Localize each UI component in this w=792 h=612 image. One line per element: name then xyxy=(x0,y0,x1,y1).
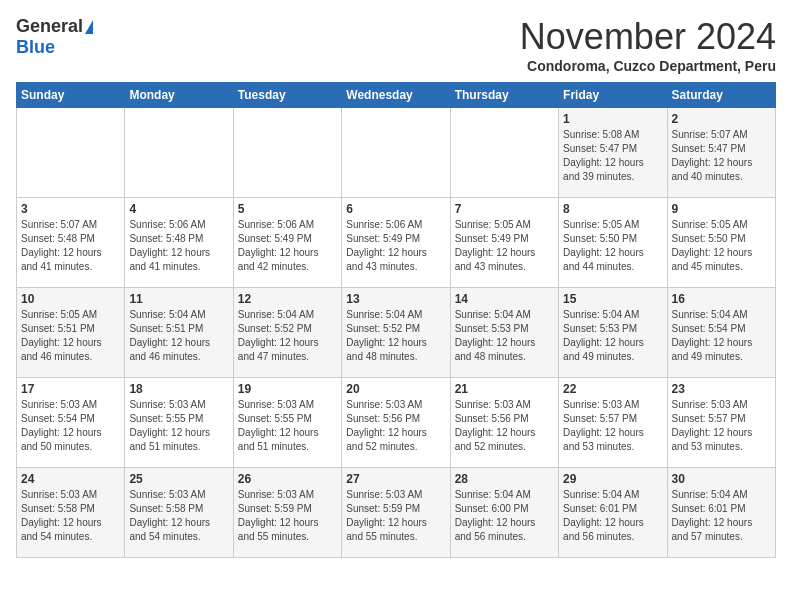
calendar-cell xyxy=(233,108,341,198)
day-number: 12 xyxy=(238,292,337,306)
day-info: Sunrise: 5:06 AM Sunset: 5:48 PM Dayligh… xyxy=(129,218,228,274)
calendar-cell: 19Sunrise: 5:03 AM Sunset: 5:55 PM Dayli… xyxy=(233,378,341,468)
calendar-cell: 8Sunrise: 5:05 AM Sunset: 5:50 PM Daylig… xyxy=(559,198,667,288)
day-number: 17 xyxy=(21,382,120,396)
day-number: 30 xyxy=(672,472,771,486)
calendar-cell: 29Sunrise: 5:04 AM Sunset: 6:01 PM Dayli… xyxy=(559,468,667,558)
day-number: 28 xyxy=(455,472,554,486)
day-header-monday: Monday xyxy=(125,83,233,108)
calendar-cell: 20Sunrise: 5:03 AM Sunset: 5:56 PM Dayli… xyxy=(342,378,450,468)
calendar-cell xyxy=(450,108,558,198)
title-block: November 2024 Condoroma, Cuzco Departmen… xyxy=(520,16,776,74)
day-info: Sunrise: 5:08 AM Sunset: 5:47 PM Dayligh… xyxy=(563,128,662,184)
calendar-week-row: 24Sunrise: 5:03 AM Sunset: 5:58 PM Dayli… xyxy=(17,468,776,558)
day-number: 11 xyxy=(129,292,228,306)
calendar-cell: 6Sunrise: 5:06 AM Sunset: 5:49 PM Daylig… xyxy=(342,198,450,288)
day-info: Sunrise: 5:05 AM Sunset: 5:50 PM Dayligh… xyxy=(563,218,662,274)
calendar-cell: 26Sunrise: 5:03 AM Sunset: 5:59 PM Dayli… xyxy=(233,468,341,558)
day-info: Sunrise: 5:04 AM Sunset: 5:52 PM Dayligh… xyxy=(238,308,337,364)
calendar-cell: 18Sunrise: 5:03 AM Sunset: 5:55 PM Dayli… xyxy=(125,378,233,468)
calendar-cell xyxy=(125,108,233,198)
day-info: Sunrise: 5:03 AM Sunset: 5:57 PM Dayligh… xyxy=(563,398,662,454)
calendar-cell: 7Sunrise: 5:05 AM Sunset: 5:49 PM Daylig… xyxy=(450,198,558,288)
logo-general-text: General xyxy=(16,16,83,37)
day-info: Sunrise: 5:06 AM Sunset: 5:49 PM Dayligh… xyxy=(238,218,337,274)
calendar-cell: 15Sunrise: 5:04 AM Sunset: 5:53 PM Dayli… xyxy=(559,288,667,378)
day-number: 9 xyxy=(672,202,771,216)
calendar-cell: 9Sunrise: 5:05 AM Sunset: 5:50 PM Daylig… xyxy=(667,198,775,288)
calendar-cell: 1Sunrise: 5:08 AM Sunset: 5:47 PM Daylig… xyxy=(559,108,667,198)
day-number: 20 xyxy=(346,382,445,396)
day-info: Sunrise: 5:03 AM Sunset: 5:55 PM Dayligh… xyxy=(129,398,228,454)
day-number: 19 xyxy=(238,382,337,396)
day-info: Sunrise: 5:04 AM Sunset: 5:53 PM Dayligh… xyxy=(563,308,662,364)
day-number: 13 xyxy=(346,292,445,306)
calendar-cell: 14Sunrise: 5:04 AM Sunset: 5:53 PM Dayli… xyxy=(450,288,558,378)
day-info: Sunrise: 5:03 AM Sunset: 5:54 PM Dayligh… xyxy=(21,398,120,454)
day-header-thursday: Thursday xyxy=(450,83,558,108)
calendar-table: SundayMondayTuesdayWednesdayThursdayFrid… xyxy=(16,82,776,558)
day-number: 8 xyxy=(563,202,662,216)
day-info: Sunrise: 5:04 AM Sunset: 5:54 PM Dayligh… xyxy=(672,308,771,364)
month-title: November 2024 xyxy=(520,16,776,58)
day-number: 29 xyxy=(563,472,662,486)
day-number: 24 xyxy=(21,472,120,486)
day-number: 21 xyxy=(455,382,554,396)
day-info: Sunrise: 5:05 AM Sunset: 5:49 PM Dayligh… xyxy=(455,218,554,274)
logo-blue-text: Blue xyxy=(16,37,55,58)
day-info: Sunrise: 5:05 AM Sunset: 5:51 PM Dayligh… xyxy=(21,308,120,364)
day-header-tuesday: Tuesday xyxy=(233,83,341,108)
day-info: Sunrise: 5:07 AM Sunset: 5:47 PM Dayligh… xyxy=(672,128,771,184)
day-info: Sunrise: 5:03 AM Sunset: 5:59 PM Dayligh… xyxy=(238,488,337,544)
day-header-sunday: Sunday xyxy=(17,83,125,108)
calendar-cell: 17Sunrise: 5:03 AM Sunset: 5:54 PM Dayli… xyxy=(17,378,125,468)
location: Condoroma, Cuzco Department, Peru xyxy=(520,58,776,74)
day-number: 6 xyxy=(346,202,445,216)
calendar-cell: 16Sunrise: 5:04 AM Sunset: 5:54 PM Dayli… xyxy=(667,288,775,378)
calendar-cell: 21Sunrise: 5:03 AM Sunset: 5:56 PM Dayli… xyxy=(450,378,558,468)
day-number: 22 xyxy=(563,382,662,396)
day-number: 2 xyxy=(672,112,771,126)
calendar-week-row: 10Sunrise: 5:05 AM Sunset: 5:51 PM Dayli… xyxy=(17,288,776,378)
calendar-cell: 5Sunrise: 5:06 AM Sunset: 5:49 PM Daylig… xyxy=(233,198,341,288)
day-info: Sunrise: 5:04 AM Sunset: 5:51 PM Dayligh… xyxy=(129,308,228,364)
calendar-cell: 12Sunrise: 5:04 AM Sunset: 5:52 PM Dayli… xyxy=(233,288,341,378)
calendar-cell: 30Sunrise: 5:04 AM Sunset: 6:01 PM Dayli… xyxy=(667,468,775,558)
calendar-week-row: 1Sunrise: 5:08 AM Sunset: 5:47 PM Daylig… xyxy=(17,108,776,198)
day-number: 15 xyxy=(563,292,662,306)
day-header-wednesday: Wednesday xyxy=(342,83,450,108)
day-number: 14 xyxy=(455,292,554,306)
day-info: Sunrise: 5:07 AM Sunset: 5:48 PM Dayligh… xyxy=(21,218,120,274)
day-info: Sunrise: 5:03 AM Sunset: 5:55 PM Dayligh… xyxy=(238,398,337,454)
logo-triangle-icon xyxy=(85,20,93,34)
calendar-cell: 3Sunrise: 5:07 AM Sunset: 5:48 PM Daylig… xyxy=(17,198,125,288)
day-info: Sunrise: 5:03 AM Sunset: 5:57 PM Dayligh… xyxy=(672,398,771,454)
day-info: Sunrise: 5:04 AM Sunset: 6:00 PM Dayligh… xyxy=(455,488,554,544)
day-info: Sunrise: 5:04 AM Sunset: 6:01 PM Dayligh… xyxy=(563,488,662,544)
day-number: 23 xyxy=(672,382,771,396)
calendar-cell xyxy=(342,108,450,198)
calendar-cell: 25Sunrise: 5:03 AM Sunset: 5:58 PM Dayli… xyxy=(125,468,233,558)
day-info: Sunrise: 5:03 AM Sunset: 5:58 PM Dayligh… xyxy=(129,488,228,544)
calendar-cell: 23Sunrise: 5:03 AM Sunset: 5:57 PM Dayli… xyxy=(667,378,775,468)
calendar-cell: 24Sunrise: 5:03 AM Sunset: 5:58 PM Dayli… xyxy=(17,468,125,558)
day-number: 4 xyxy=(129,202,228,216)
day-header-friday: Friday xyxy=(559,83,667,108)
day-number: 10 xyxy=(21,292,120,306)
calendar-cell: 2Sunrise: 5:07 AM Sunset: 5:47 PM Daylig… xyxy=(667,108,775,198)
calendar-week-row: 3Sunrise: 5:07 AM Sunset: 5:48 PM Daylig… xyxy=(17,198,776,288)
day-number: 25 xyxy=(129,472,228,486)
day-header-saturday: Saturday xyxy=(667,83,775,108)
day-info: Sunrise: 5:03 AM Sunset: 5:58 PM Dayligh… xyxy=(21,488,120,544)
day-number: 26 xyxy=(238,472,337,486)
calendar-cell: 27Sunrise: 5:03 AM Sunset: 5:59 PM Dayli… xyxy=(342,468,450,558)
calendar-cell: 10Sunrise: 5:05 AM Sunset: 5:51 PM Dayli… xyxy=(17,288,125,378)
calendar-cell: 28Sunrise: 5:04 AM Sunset: 6:00 PM Dayli… xyxy=(450,468,558,558)
day-info: Sunrise: 5:04 AM Sunset: 5:52 PM Dayligh… xyxy=(346,308,445,364)
day-info: Sunrise: 5:03 AM Sunset: 5:59 PM Dayligh… xyxy=(346,488,445,544)
day-info: Sunrise: 5:04 AM Sunset: 5:53 PM Dayligh… xyxy=(455,308,554,364)
calendar-cell: 22Sunrise: 5:03 AM Sunset: 5:57 PM Dayli… xyxy=(559,378,667,468)
day-info: Sunrise: 5:04 AM Sunset: 6:01 PM Dayligh… xyxy=(672,488,771,544)
day-number: 16 xyxy=(672,292,771,306)
day-info: Sunrise: 5:05 AM Sunset: 5:50 PM Dayligh… xyxy=(672,218,771,274)
